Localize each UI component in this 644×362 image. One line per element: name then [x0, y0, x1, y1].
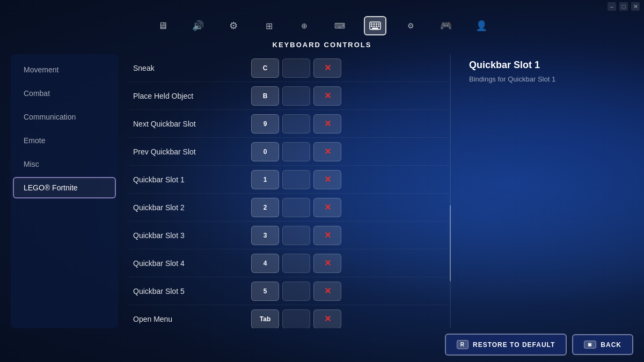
remove-binding-button[interactable]: ✕	[313, 226, 341, 245]
detail-panel: Quickbar Slot 1 Bindings for Quickbar Sl…	[462, 54, 633, 328]
binding-keys: 0✕	[251, 142, 341, 161]
svg-rect-8	[378, 26, 380, 27]
sidebar-item-communication[interactable]: Communication	[13, 106, 116, 128]
table-row: Quickbar Slot 11✕	[129, 166, 449, 194]
sidebar-item-emote[interactable]: Emote	[13, 130, 116, 151]
svg-rect-7	[376, 26, 377, 27]
sidebar: Movement Combat Communication Emote Misc…	[11, 54, 118, 328]
binding-action-name: Quickbar Slot 1	[133, 175, 251, 184]
sidebar-item-combat[interactable]: Combat	[13, 83, 116, 104]
table-row: Quickbar Slot 55✕	[129, 277, 449, 305]
remove-binding-button[interactable]: ✕	[313, 86, 341, 106]
binding-action-name: Next Quickbar Slot	[133, 120, 251, 128]
primary-key-button[interactable]: 4	[251, 254, 279, 273]
bottom-bar: R RESTORE TO DEFAULT ▣ BACK	[0, 328, 644, 362]
network-icon[interactable]: ⊕	[293, 16, 316, 35]
back-badge: ▣	[584, 341, 596, 349]
table-row: Quickbar Slot 44✕	[129, 249, 449, 277]
svg-rect-5	[371, 26, 372, 27]
secondary-key-button[interactable]	[282, 58, 310, 78]
settings-icon[interactable]: ⚙	[222, 16, 245, 35]
binding-action-name: Open Menu	[133, 315, 251, 323]
remove-binding-button[interactable]: ✕	[313, 254, 341, 273]
primary-key-button[interactable]: 2	[251, 198, 279, 217]
remove-binding-button[interactable]: ✕	[313, 114, 341, 134]
table-row: Quickbar Slot 33✕	[129, 221, 449, 249]
detail-title: Quickbar Slot 1	[469, 60, 626, 71]
remove-binding-button[interactable]: ✕	[313, 309, 341, 329]
binding-rows: SneakC✕Place Held ObjectB✕Next Quickbar …	[129, 54, 449, 328]
secondary-key-button[interactable]	[282, 309, 310, 329]
primary-key-button[interactable]: 0	[251, 142, 279, 161]
remove-binding-button[interactable]: ✕	[313, 142, 341, 161]
secondary-key-button[interactable]	[282, 282, 310, 301]
binding-keys: 9✕	[251, 114, 341, 134]
keyboard-bindings-icon[interactable]	[364, 16, 386, 35]
main-window: – □ ✕ 🖥 🔊 ⚙ ⊞ ⊕ ⌨ ⚙ 🎮 👤	[0, 0, 644, 362]
remove-binding-button[interactable]: ✕	[313, 58, 341, 78]
detail-description: Bindings for Quickbar Slot 1	[469, 75, 626, 83]
binding-keys: 2✕	[251, 198, 341, 217]
bindings-list[interactable]: SneakC✕Place Held ObjectB✕Next Quickbar …	[129, 54, 451, 328]
binding-action-name: Sneak	[133, 64, 251, 72]
restore-default-button[interactable]: R RESTORE TO DEFAULT	[445, 334, 567, 356]
svg-rect-9	[372, 28, 378, 29]
minimize-button[interactable]: –	[608, 2, 616, 11]
restore-label: RESTORE TO DEFAULT	[473, 341, 555, 349]
secondary-key-button[interactable]	[282, 254, 310, 273]
svg-rect-4	[378, 24, 380, 25]
binding-keys: 3✕	[251, 226, 341, 245]
display-icon[interactable]: 🖥	[151, 16, 174, 35]
gamepad-icon[interactable]: 🎮	[435, 16, 457, 35]
svg-rect-2	[374, 24, 375, 25]
binding-keys: 1✕	[251, 170, 341, 189]
account-icon[interactable]: 👤	[470, 16, 493, 35]
svg-rect-3	[376, 24, 377, 25]
primary-key-button[interactable]: B	[251, 86, 279, 106]
content-area: SneakC✕Place Held ObjectB✕Next Quickbar …	[129, 54, 633, 328]
back-label: BACK	[601, 341, 621, 349]
binding-action-name: Quickbar Slot 4	[133, 259, 251, 268]
gamepad-settings-icon[interactable]: ⚙	[399, 16, 422, 35]
primary-key-button[interactable]: 5	[251, 282, 279, 301]
binding-keys: B✕	[251, 86, 341, 106]
secondary-key-button[interactable]	[282, 198, 310, 217]
secondary-key-button[interactable]	[282, 114, 310, 134]
binding-keys: C✕	[251, 58, 341, 78]
secondary-key-button[interactable]	[282, 86, 310, 106]
sidebar-item-movement[interactable]: Movement	[13, 59, 116, 80]
secondary-key-button[interactable]	[282, 142, 310, 161]
main-content: Movement Combat Communication Emote Misc…	[0, 52, 644, 328]
sidebar-item-lego-fortnite[interactable]: LEGO® Fortnite	[13, 177, 116, 198]
binding-action-name: Quickbar Slot 5	[133, 287, 251, 295]
primary-key-button[interactable]: 9	[251, 114, 279, 134]
secondary-key-button[interactable]	[282, 226, 310, 245]
scrollbar-track[interactable]	[450, 54, 451, 328]
primary-key-button[interactable]: 1	[251, 170, 279, 189]
page-title: KEYBOARD CONTROLS	[0, 41, 644, 49]
primary-key-button[interactable]: C	[251, 58, 279, 78]
sidebar-item-misc[interactable]: Misc	[13, 153, 116, 175]
svg-rect-6	[374, 26, 375, 27]
restore-badge: R	[457, 340, 469, 349]
maximize-button[interactable]: □	[619, 2, 628, 11]
keyboard-icon[interactable]: ⌨	[328, 16, 351, 35]
accessibility-icon[interactable]: ⊞	[258, 16, 280, 35]
remove-binding-button[interactable]: ✕	[313, 198, 341, 217]
scrollbar-thumb[interactable]	[450, 205, 451, 282]
remove-binding-button[interactable]: ✕	[313, 282, 341, 301]
back-button[interactable]: ▣ BACK	[572, 334, 633, 355]
secondary-key-button[interactable]	[282, 170, 310, 189]
binding-action-name: Quickbar Slot 2	[133, 203, 251, 212]
remove-binding-button[interactable]: ✕	[313, 170, 341, 189]
primary-key-button[interactable]: 3	[251, 226, 279, 245]
binding-action-name: Place Held Object	[133, 92, 251, 100]
table-row: SneakC✕	[129, 54, 449, 82]
table-row: Prev Quickbar Slot0✕	[129, 138, 449, 166]
svg-rect-1	[371, 24, 372, 25]
binding-keys: Tab✕	[251, 309, 341, 329]
audio-icon[interactable]: 🔊	[187, 16, 209, 35]
binding-action-name: Quickbar Slot 3	[133, 231, 251, 240]
primary-key-button[interactable]: Tab	[251, 309, 279, 329]
close-button[interactable]: ✕	[631, 2, 640, 11]
